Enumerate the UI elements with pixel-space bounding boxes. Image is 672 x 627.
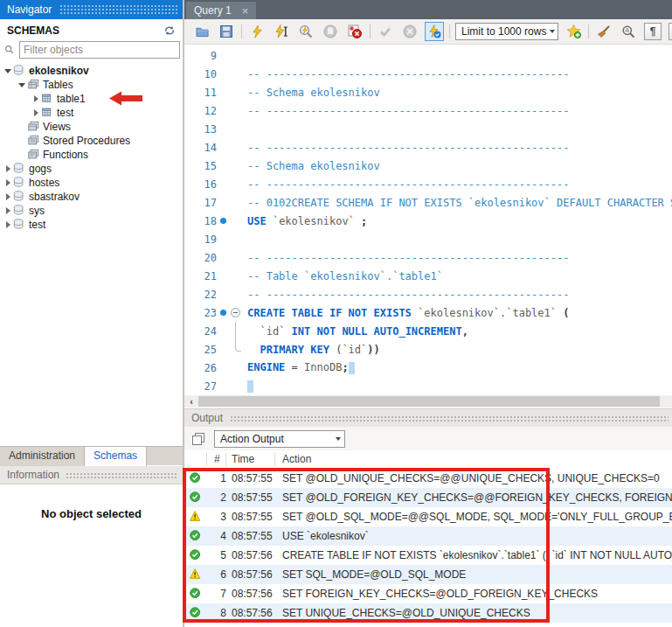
editor-line-15[interactable]: 15-- Schema ekolesnikov [184,157,672,175]
expand-right-icon[interactable] [3,207,12,214]
editor-line-26[interactable]: 26ENGINE = InnoDB; [184,359,672,377]
editor-tabstrip: Query 1 × [184,0,672,19]
refresh-schemas-icon[interactable] [163,24,176,37]
tree-item-table1[interactable]: table1 [0,92,183,106]
wrap-text-button[interactable] [668,22,672,41]
editor-line-10[interactable]: 10-- -----------------------------------… [184,65,672,83]
editor-line-21[interactable]: 21-- Table `ekolesnikov`.`table1` [184,267,672,285]
tree-item-hostes[interactable]: hostes [0,176,183,190]
beautify-script-button[interactable] [594,22,613,41]
output-row-3[interactable]: 308:57:55SET @OLD_SQL_MODE=@@SQL_MODE, S… [184,507,672,526]
tree-item-gogs[interactable]: gogs [0,162,183,176]
editor-line-14[interactable]: 14-- -----------------------------------… [184,138,672,157]
editor-line-20[interactable]: 20-- -----------------------------------… [184,248,672,267]
line-number: 16 [184,178,217,191]
tree-item-ekolesnikov[interactable]: ekolesnikov [0,64,183,78]
tree-item-label: sbastrakov [29,191,80,203]
success-icon [190,472,202,484]
expand-right-icon[interactable] [3,193,12,200]
tree-item-sbastrakov[interactable]: sbastrakov [0,190,183,204]
fold-end-icon [229,340,247,359]
show-invisibles-button[interactable]: ¶ [643,22,662,41]
fold-space [229,46,247,65]
tree-item-stored-procedures[interactable]: Stored Procedures [0,134,183,148]
warning-icon [190,568,202,581]
row-action: SET SQL_MODE=@OLD_SQL_MODE [275,568,672,581]
close-tab-icon[interactable]: × [242,5,249,17]
limit-rows-select[interactable]: Limit to 1000 rows [455,23,558,40]
filter-input[interactable] [20,42,179,58]
execute-statements-button[interactable] [247,22,267,41]
find-panel-button[interactable]: A [619,22,638,41]
output-row-5[interactable]: 508:57:56CREATE TABLE IF NOT EXISTS `eko… [184,546,672,565]
editor-line-11[interactable]: 11-- Schema ekolesnikov [184,83,672,101]
execute-current-statement-button[interactable] [272,22,291,41]
scroll-left-arrow-icon[interactable]: ‹ [184,396,198,407]
toolbar-separator [588,24,589,38]
editor-line-17[interactable]: 17-- 0102CREATE SCHEMA IF NOT EXISTS `ek… [184,193,672,212]
expand-down-icon[interactable] [3,69,12,73]
sql-editor[interactable]: 910-- ----------------------------------… [184,45,672,395]
output-row-8[interactable]: 808:57:56SET UNIQUE_CHECKS=@OLD_UNIQUE_C… [184,603,672,623]
fold-space [229,377,247,395]
tree-item-sys[interactable]: sys [0,204,183,218]
information-title: Information [7,469,59,481]
editor-line-13[interactable]: 13 [184,120,672,138]
save-icon [219,24,233,38]
code-text: -- 0102CREATE SCHEMA IF NOT EXISTS `ekol… [247,197,672,209]
expand-right-icon[interactable] [3,221,12,228]
editor-line-23[interactable]: 23CREATE TABLE IF NOT EXISTS `ekolesniko… [184,303,672,322]
editor-line-18[interactable]: 18USE `ekolesnikov` ; [184,212,672,230]
tree-item-functions[interactable]: Functions [0,148,183,162]
tree-item-label: Stored Procedures [43,135,130,147]
editor-line-12[interactable]: 12-- -----------------------------------… [184,101,672,120]
editor-line-9[interactable]: 9 [184,46,672,65]
pilcrow-icon: ¶ [644,23,662,40]
explain-statement-button[interactable] [296,22,315,41]
toggle-stop-on-error-button[interactable] [345,22,364,41]
output-views-icon [191,432,205,446]
output-view-select[interactable]: Action Output [214,430,345,448]
output-row-4[interactable]: 408:57:55USE `ekolesnikov` [184,526,672,546]
fold-start-icon[interactable] [229,303,247,322]
expand-down-icon[interactable] [17,83,26,87]
output-row-1[interactable]: 108:57:55SET @OLD_UNIQUE_CHECKS=@@UNIQUE… [184,469,672,488]
fold-space [229,359,247,377]
editor-line-27[interactable]: 27 [184,377,672,395]
code-text: -- Schema ekolesnikov [247,87,672,99]
check-icon [378,24,392,38]
open-script-button[interactable] [192,22,211,41]
output-row-2[interactable]: 208:57:55SET @OLD_FOREIGN_KEY_CHECKS=@@F… [184,488,672,507]
filter-input-box[interactable] [19,41,180,59]
tree-item-test[interactable]: test [0,106,183,120]
editor-line-19[interactable]: 19 [184,230,672,248]
save-script-button[interactable] [217,22,236,41]
editor-horizontal-scrollbar[interactable]: ‹ [184,395,672,408]
tree-item-views[interactable]: Views [0,120,183,134]
expand-right-icon[interactable] [31,95,40,102]
editor-line-24[interactable]: 24 `id` INT NOT NULL AUTO_INCREMENT, [184,322,672,340]
tree-item-tables[interactable]: Tables [0,78,183,92]
expand-right-icon[interactable] [31,109,40,116]
cross-icon [403,24,417,38]
tab-query-1[interactable]: Query 1 × [186,2,256,19]
fold-space [229,267,247,285]
tab-schemas[interactable]: Schemas [85,447,147,466]
tree-item-test[interactable]: test [0,218,183,232]
expand-right-icon[interactable] [3,179,12,186]
code-text: PRIMARY KEY (`id`)) [247,344,672,356]
line-number: 10 [184,68,217,80]
toggle-autocommit-button[interactable] [425,22,444,41]
output-row-7[interactable]: 708:57:56SET FOREIGN_KEY_CHECKS=@OLD_FOR… [184,584,672,603]
editor-line-25[interactable]: 25 PRIMARY KEY (`id`)) [184,340,672,359]
save-snippet-button[interactable] [564,22,583,41]
tab-administration[interactable]: Administration [0,447,85,466]
scrollbar-thumb[interactable] [198,396,660,407]
row-index: 8 [207,607,226,619]
expand-right-icon[interactable] [3,165,12,172]
editor-line-22[interactable]: 22-- -----------------------------------… [184,285,672,303]
output-row-6[interactable]: 608:57:56SET SQL_MODE=@OLD_SQL_MODE [184,565,672,584]
stop-icon [323,24,337,38]
fold-mid-icon [229,322,247,340]
editor-line-16[interactable]: 16-- -----------------------------------… [184,175,672,193]
